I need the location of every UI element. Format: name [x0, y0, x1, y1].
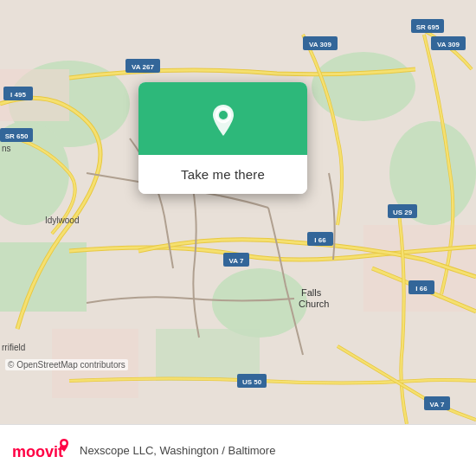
svg-text:Church: Church	[299, 299, 329, 309]
svg-text:VA 7: VA 7	[430, 401, 445, 408]
popup-icon-area	[138, 82, 307, 155]
svg-text:Idylwood: Idylwood	[45, 215, 79, 225]
svg-text:rrifield: rrifield	[2, 343, 25, 352]
svg-point-6	[212, 268, 307, 338]
svg-text:VA 7: VA 7	[229, 257, 244, 265]
svg-text:I 495: I 495	[10, 91, 26, 99]
moovit-logo: moovit	[10, 434, 71, 467]
footer-bar: moovit Nexscope LLC, Washington / Baltim…	[0, 424, 476, 476]
svg-text:VA 309: VA 309	[437, 41, 460, 48]
footer-text: Nexscope LLC, Washington / Baltimore	[80, 444, 466, 457]
svg-point-40	[219, 111, 228, 119]
svg-text:SR 695: SR 695	[416, 23, 440, 31]
location-popup: Take me there	[138, 82, 307, 194]
map-attribution: © OpenStreetMap contributors	[5, 359, 128, 370]
svg-text:I 66: I 66	[314, 236, 326, 244]
svg-text:ns: ns	[2, 144, 11, 153]
svg-point-43	[62, 441, 67, 445]
svg-text:I 66: I 66	[415, 285, 428, 293]
svg-text:moovit: moovit	[12, 443, 63, 460]
svg-text:VA 309: VA 309	[309, 41, 331, 48]
svg-text:US 29: US 29	[393, 209, 413, 216]
svg-text:Falls: Falls	[301, 287, 322, 298]
svg-text:VA 267: VA 267	[132, 63, 154, 71]
map-container: I 495 VA 267 VA 309 VA 309 SR 650 SR 695…	[0, 0, 476, 424]
svg-rect-9	[363, 225, 476, 312]
take-me-there-button[interactable]: Take me there	[138, 155, 307, 194]
location-pin-icon	[204, 101, 242, 139]
svg-text:SR 650: SR 650	[5, 132, 29, 140]
svg-rect-7	[156, 329, 260, 381]
svg-point-4	[312, 52, 415, 121]
svg-text:US 50: US 50	[242, 378, 262, 386]
